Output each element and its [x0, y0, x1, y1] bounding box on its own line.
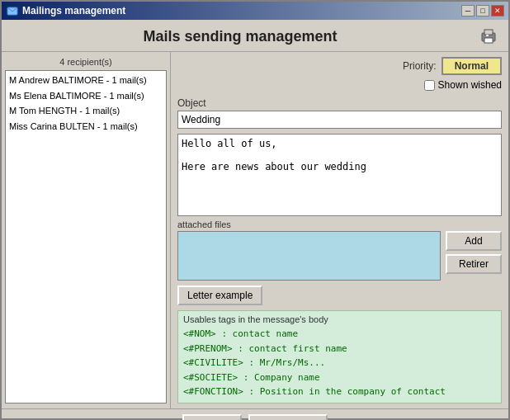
shown-wished-checkbox[interactable]: [424, 80, 435, 91]
tag-1: <#PRENOM>: [183, 343, 233, 354]
tag-3: <#SOCIETE>: [183, 372, 238, 383]
body-area: 4 recipient(s) M Andrew BALTIMORE - 1 ma…: [2, 52, 508, 408]
svg-rect-2: [484, 30, 493, 35]
tag-desc-1: : contact first name: [238, 343, 347, 354]
printer-icon[interactable]: [477, 25, 500, 48]
footer-buttons: Send ✕ Cancel: [2, 408, 508, 420]
title-bar: Mailings management ─ □ ✕: [2, 2, 508, 20]
list-item: M Tom HENGTH - 1 mail(s): [7, 103, 164, 119]
minimize-button[interactable]: ─: [461, 5, 475, 17]
tag-row-3: <#SOCIETE> : Company name: [183, 370, 496, 385]
tag-row-1: <#PRENOM> : contact first name: [183, 342, 496, 356]
tag-0: <#NOM>: [183, 328, 216, 339]
tag-row-4: <#FONCTION> : Position in the company of…: [183, 385, 496, 399]
attached-row: Add Retirer: [177, 231, 502, 281]
maximize-button[interactable]: □: [476, 5, 489, 17]
tag-row-2: <#CIVILITE> : Mr/Mrs/Ms...: [183, 356, 496, 370]
tags-section: Usables tags in the message's body <#NOM…: [177, 310, 502, 403]
priority-button[interactable]: Normal: [442, 57, 502, 75]
tag-row-0: <#NOM> : contact name: [183, 327, 496, 342]
object-input[interactable]: [177, 111, 502, 129]
main-window: Mailings management ─ □ ✕ Mails sending …: [0, 0, 510, 420]
shown-wished-label: Shown wished: [438, 79, 502, 91]
close-button[interactable]: ✕: [491, 5, 504, 17]
right-panel: Priority: Normal Shown wished Object: [171, 52, 508, 408]
attached-files-box: [177, 231, 441, 281]
app-icon: [6, 4, 19, 17]
attached-buttons: Add Retirer: [446, 231, 502, 281]
list-item: Miss Carina BULTEN - 1 mail(s): [7, 119, 164, 134]
cancel-button[interactable]: ✕ Cancel: [248, 414, 327, 420]
left-panel: 4 recipient(s) M Andrew BALTIMORE - 1 ma…: [2, 52, 171, 408]
tags-title: Usables tags in the message's body: [183, 314, 496, 324]
shown-wished-checkbox-area: Shown wished: [424, 79, 502, 91]
remove-button[interactable]: Retirer: [446, 254, 502, 274]
recipient-count: 4 recipient(s): [5, 57, 167, 67]
tag-desc-0: : contact name: [221, 328, 298, 339]
object-row: Object: [177, 97, 502, 129]
window-controls: ─ □ ✕: [461, 5, 504, 17]
tag-desc-2: : Mr/Mrs/Ms...: [248, 357, 325, 368]
priority-label: Priority:: [403, 60, 437, 72]
list-item: Ms Elena BALTIMORE - 1 mail(s): [7, 88, 164, 104]
title-bar-left: Mailings management: [6, 4, 125, 17]
tag-desc-3: : Company name: [243, 372, 320, 383]
recipient-list: M Andrew BALTIMORE - 1 mail(s) Ms Elena …: [5, 70, 167, 403]
priority-row: Priority: Normal: [403, 57, 502, 75]
header-area: Mails sending management: [2, 20, 508, 52]
svg-rect-4: [486, 35, 489, 36]
send-button[interactable]: Send: [182, 414, 242, 420]
svg-rect-3: [484, 38, 493, 43]
right-top-controls: Priority: Normal Shown wished: [177, 57, 502, 94]
tag-desc-4: : Position in the company of contact: [248, 386, 445, 397]
shown-wished-row: Shown wished: [424, 79, 502, 91]
message-textarea[interactable]: [177, 134, 502, 216]
tag-2: <#CIVILITE>: [183, 357, 243, 368]
attached-section: attached files Add Retirer: [177, 219, 502, 281]
list-item: M Andrew BALTIMORE - 1 mail(s): [7, 73, 164, 88]
letter-example-button[interactable]: Letter example: [177, 286, 262, 305]
attached-label: attached files: [177, 219, 502, 229]
window-title: Mailings management: [22, 5, 125, 17]
object-label: Object: [177, 97, 502, 109]
add-button[interactable]: Add: [446, 231, 502, 251]
tag-4: <#FONCTION>: [183, 386, 243, 397]
page-title: Mails sending management: [10, 28, 470, 45]
